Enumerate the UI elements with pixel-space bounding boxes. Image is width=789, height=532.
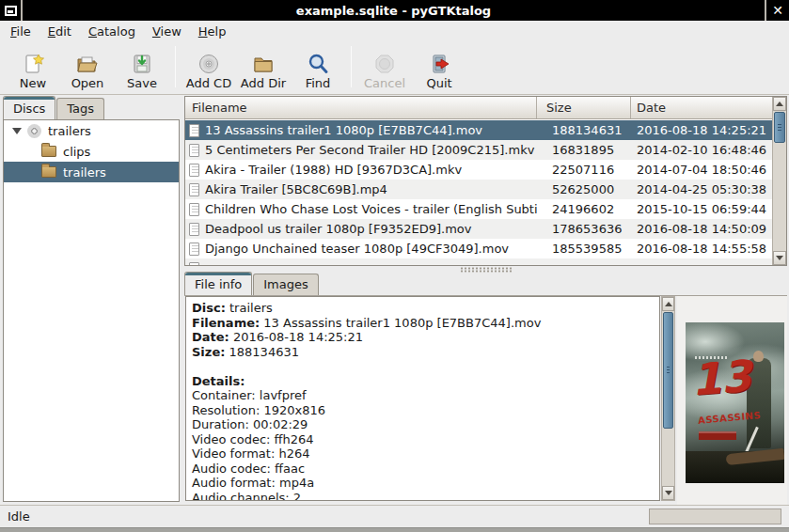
info-line: Audio codec: ffaac xyxy=(192,462,659,477)
statusbar: Idle xyxy=(0,505,789,527)
scrollbar-thumb[interactable] xyxy=(774,112,785,143)
quit-label: Quit xyxy=(426,77,451,90)
new-button[interactable]: New xyxy=(6,43,60,90)
thumbnail-panel: 13 ASSASSINS xyxy=(677,296,787,505)
column-header-filename[interactable]: Filename xyxy=(185,97,537,118)
scroll-down-button[interactable] xyxy=(662,486,674,500)
quit-button[interactable]: Quit xyxy=(412,43,466,90)
tab-tags[interactable]: Tags xyxy=(56,98,104,119)
file-name: Deadpool us trailer 1080p [F9352ED9].mov xyxy=(205,222,472,236)
file-icon xyxy=(189,223,199,236)
file-date: 2015-10-15 06:59:44 xyxy=(631,202,772,216)
file-list-rows: 13 Assassins trailer1 1080p [E7BB7C44].m… xyxy=(185,120,772,265)
poster-title: 13 xyxy=(689,354,752,401)
file-name: Akira Trailer [5BC8C69B].mp4 xyxy=(205,182,387,196)
tree-item-clips[interactable]: clips xyxy=(4,141,179,162)
menu-view[interactable]: View xyxy=(144,23,190,40)
menu-help[interactable]: Help xyxy=(190,23,235,40)
info-line: Details: xyxy=(192,374,659,389)
expander-icon[interactable] xyxy=(12,128,22,134)
info-line: Resolution: 1920x816 xyxy=(192,403,659,418)
progress-bar xyxy=(649,509,781,524)
scrollbar-thumb[interactable] xyxy=(663,312,673,429)
info-line xyxy=(192,359,659,374)
file-list-scrollbar[interactable] xyxy=(772,97,786,265)
tree-label: trailers xyxy=(63,165,106,180)
menu-file[interactable]: File xyxy=(2,23,39,40)
column-header-date[interactable]: Date xyxy=(631,97,786,118)
tab-images[interactable]: Images xyxy=(253,274,319,295)
table-row[interactable]: Django Unchained teaser 1080p [49CF3049]… xyxy=(185,239,772,258)
menu-catalog[interactable]: Catalog xyxy=(80,23,144,40)
main-area: Discs Tags trailers clips trailers Filen… xyxy=(0,95,789,505)
scroll-up-button[interactable] xyxy=(773,97,786,111)
file-list-header: Filename Size Date xyxy=(185,97,786,119)
column-header-size[interactable]: Size xyxy=(537,97,631,118)
poster-tagline xyxy=(699,431,736,440)
find-button[interactable]: Find xyxy=(291,43,345,90)
file-name: Akira - Trailer (1988) HD [9367D3CA].mkv xyxy=(205,163,462,177)
file-size: 178653636 xyxy=(537,222,631,236)
new-document-icon xyxy=(22,53,44,75)
info-line: Video format: h264 xyxy=(192,446,659,462)
info-line: Date: 2016-08-18 14:25:21 xyxy=(192,330,659,345)
poster-image[interactable]: 13 ASSASSINS xyxy=(686,322,784,483)
info-scrollbar[interactable] xyxy=(661,296,675,501)
cd-icon xyxy=(197,53,220,75)
file-size: 188134631 xyxy=(537,123,631,137)
tab-discs[interactable]: Discs xyxy=(3,96,55,119)
info-line: Filename: 13 Assassins trailer1 1080p [E… xyxy=(192,316,659,331)
cancel-label: Cancel xyxy=(364,77,405,90)
window-title: example.sqlite - pyGTKtalog xyxy=(23,0,765,21)
file-size: 185539585 xyxy=(537,242,631,256)
table-row[interactable]: Akira - Trailer (1988) HD [9367D3CA].mkv… xyxy=(185,160,772,180)
file-info-page: Disc: trailersFilename: 13 Assassins tra… xyxy=(184,295,787,505)
cancel-button: Cancel xyxy=(357,43,412,90)
file-icon xyxy=(189,203,199,216)
table-row[interactable]: 13 Assassins trailer1 1080p [E7BB7C44].m… xyxy=(185,120,772,140)
file-size: 22507116 xyxy=(537,163,631,177)
scroll-down-button[interactable] xyxy=(773,251,786,265)
arrow-down-icon xyxy=(776,256,783,260)
window-menu-button[interactable] xyxy=(0,0,23,21)
table-row[interactable]: 5 Centimeters Per Second Trailer HD [200… xyxy=(185,140,772,160)
save-label: Save xyxy=(127,77,157,90)
folder-icon xyxy=(41,166,56,178)
table-row[interactable] xyxy=(185,258,772,265)
file-icon xyxy=(189,262,199,266)
menu-edit[interactable]: Edit xyxy=(39,23,80,40)
save-icon xyxy=(131,53,153,75)
file-name: 5 Centimeters Per Second Trailer HD [200… xyxy=(205,143,534,157)
add-dir-button[interactable]: Add Dir xyxy=(236,43,291,90)
stop-icon xyxy=(373,53,396,75)
table-row[interactable]: Akira Trailer [5BC8C69B].mp4 52625000 20… xyxy=(185,180,772,199)
info-pane: File info Images Disc: trailersFilename:… xyxy=(184,273,787,505)
tree-item-trailers[interactable]: trailers xyxy=(4,162,179,182)
table-row[interactable]: Deadpool us trailer 1080p [F9352ED9].mov… xyxy=(185,219,772,239)
add-dir-label: Add Dir xyxy=(241,77,286,90)
close-button[interactable]: ✕ xyxy=(765,0,789,21)
folder-icon xyxy=(41,146,56,157)
file-info-text: Disc: trailersFilename: 13 Assassins tra… xyxy=(185,296,660,501)
info-line: Container: lavfpref xyxy=(192,388,659,403)
open-button[interactable]: Open xyxy=(60,43,115,90)
save-button[interactable]: Save xyxy=(115,43,169,90)
info-line: Video codec: ffh264 xyxy=(192,432,659,447)
toolbar-separator xyxy=(175,46,176,87)
file-size: 16831895 xyxy=(537,143,631,157)
file-icon xyxy=(189,164,199,177)
info-line: Duration: 00:02:29 xyxy=(192,417,659,432)
file-date: 2016-08-18 14:50:09 xyxy=(631,222,772,236)
tab-file-info[interactable]: File info xyxy=(184,272,252,295)
toolbar: New Open Save Add CD Add Dir Find xyxy=(0,41,789,95)
tree-item-trailers-root[interactable]: trailers xyxy=(4,120,179,141)
scroll-up-button[interactable] xyxy=(662,297,674,311)
table-row[interactable]: Children Who Chase Lost Voices - trailer… xyxy=(185,199,772,219)
arrow-up-icon xyxy=(776,102,783,106)
add-cd-button[interactable]: Add CD xyxy=(181,43,236,90)
info-line: Disc: trailers xyxy=(192,301,659,316)
arrow-down-icon xyxy=(665,491,672,495)
file-name: Django Unchained teaser 1080p [49CF3049]… xyxy=(205,242,509,256)
file-date: 2016-08-18 14:25:21 xyxy=(631,123,772,137)
sidebar: Discs Tags trailers clips trailers xyxy=(3,97,180,502)
